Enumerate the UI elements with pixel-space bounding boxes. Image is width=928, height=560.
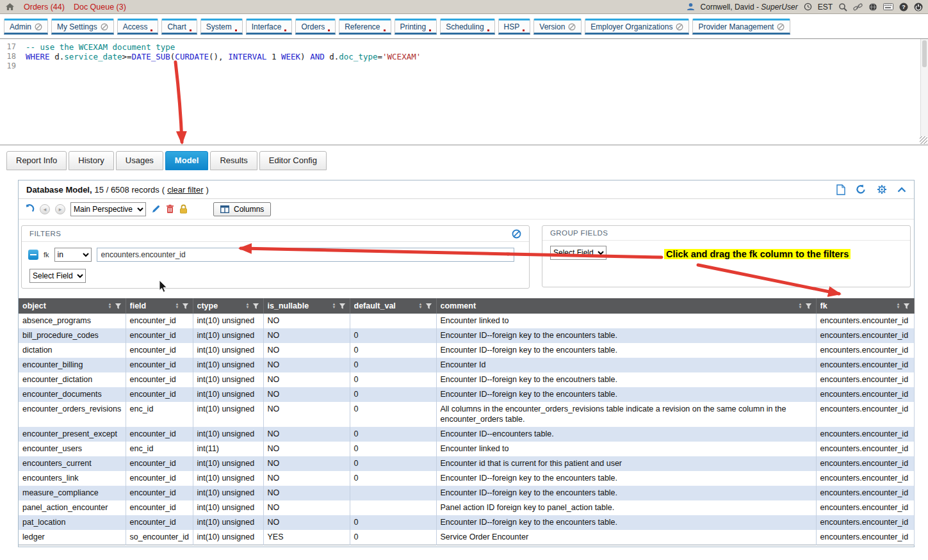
editor-code[interactable]: -- use the WCEXAM document typeWHERE d.s… [20,39,928,145]
tab-report-info[interactable]: Report Info [6,151,67,170]
nav-tab-system[interactable]: System [200,19,243,35]
table-row[interactable]: ledgerso_encounter_idint(10) unsignedYES… [19,530,914,545]
clear-filters-icon[interactable] [512,229,521,239]
filter-icon[interactable] [115,303,122,310]
table-row[interactable]: panel_action_encounterencounter_idint(10… [19,500,914,515]
link-icon[interactable] [853,3,863,12]
tab-model[interactable]: Model [165,151,209,170]
cell-object: bill_procedure_codes [19,328,126,343]
help-icon[interactable]: ? [899,3,908,12]
edit-perspective-icon[interactable] [151,204,161,214]
filter-select-field[interactable]: Select Field [29,269,86,283]
orders-link[interactable]: Orders (44) [24,3,65,12]
columns-button[interactable]: Columns [213,202,271,216]
nav-tab-employer-organizations[interactable]: Employer Organizations [585,19,689,35]
nav-tab-hsp[interactable]: HSP [498,19,531,35]
globe-icon[interactable] [868,3,877,12]
doc-queue-link[interactable]: Doc Queue (3) [74,3,126,12]
table-row[interactable]: encounter_present_exceptencounter_idint(… [19,427,914,442]
resize-grip-icon[interactable] [920,136,927,144]
history-forward-button[interactable]: ▸ [55,204,65,214]
sort-icon[interactable]: ▲▼ [332,303,336,309]
sort-icon[interactable]: ▲▼ [246,303,250,309]
table-row[interactable]: encounters_linkencounter_idint(10) unsig… [19,471,914,486]
column-header-ctype[interactable]: ctype▲▼ [193,298,263,314]
filter-operator-select[interactable]: in [54,248,92,262]
filter-icon[interactable] [339,303,346,310]
filter-icon[interactable] [425,303,432,310]
history-back-button[interactable]: ◂ [40,204,50,214]
table-row[interactable]: encounter_usersenc_idint(11)NO0Encounter… [19,442,914,456]
sort-icon[interactable]: ▲▼ [799,303,802,309]
table-row[interactable]: encounter_orders_revisionsenc_idint(10) … [19,402,914,427]
sort-icon[interactable]: ▲▼ [897,303,900,309]
filter-icon[interactable] [252,303,259,310]
column-header-object[interactable]: object▲▼ [19,298,126,314]
sort-icon[interactable]: ▲▼ [419,303,423,309]
nav-tab-reference[interactable]: Reference [339,19,391,35]
lock-perspective-icon[interactable] [179,204,188,214]
column-header-comment[interactable]: comment▲▼ [436,298,816,314]
scrollbar-thumb[interactable] [922,40,927,67]
table-row[interactable]: encounter_billingencounter_idint(10) uns… [19,358,914,372]
clock-icon[interactable] [804,3,812,11]
nav-tab-orders[interactable]: Orders [295,19,336,35]
remove-filter-button[interactable] [28,250,38,260]
undo-icon[interactable] [24,204,35,214]
cell-default-val [350,486,436,500]
tab-editor-config[interactable]: Editor Config [259,151,327,170]
table-row[interactable]: dictationencounter_idint(10) unsignedNO0… [19,343,914,358]
nav-tab-access[interactable]: Access [117,19,159,35]
group-select-field[interactable]: Select Field [550,246,606,260]
search-icon[interactable] [838,3,847,12]
filter-icon[interactable] [805,303,812,310]
nav-tab-provider-management[interactable]: Provider Management [692,19,790,35]
new-document-icon[interactable] [836,184,845,195]
clear-filter-link[interactable]: clear filter [167,185,203,195]
refresh-icon[interactable] [856,184,867,195]
collapse-panel-icon[interactable] [897,187,906,193]
nav-tab-printing[interactable]: Printing [395,19,437,35]
table-row[interactable]: encounter_documentsencounter_idint(10) u… [19,387,914,402]
table-row[interactable]: absence_programsencounter_idint(10) unsi… [19,314,914,328]
column-header-default-val[interactable]: default_val▲▼ [350,298,436,314]
sort-icon[interactable]: ▲▼ [108,303,112,309]
group-fields-label: GROUP FIELDS [550,229,608,237]
table-row[interactable]: pat_locationencounter_idint(10) unsigned… [19,515,914,530]
editor-scrollbar[interactable] [920,39,928,136]
nav-tab-my-settings[interactable]: My Settings [51,19,114,35]
cell-is-nullable: NO [263,358,350,372]
table-row[interactable]: bill_procedure_codesencounter_idint(10) … [19,328,914,343]
home-icon[interactable] [5,3,15,11]
settings-gear-icon[interactable] [877,184,887,195]
nav-tab-interface[interactable]: Interface [246,19,293,35]
table-row[interactable]: measure_complianceencounter_idint(10) un… [19,486,914,500]
nav-tab-chart[interactable]: Chart [161,19,197,35]
perspective-select[interactable]: Main Perspective [70,202,146,216]
tab-history[interactable]: History [69,151,113,170]
power-icon[interactable] [914,3,923,12]
dropdown-caret-icon[interactable]: ▼ [505,251,511,257]
cell-default-val: 0 [350,456,436,471]
cell-comment: Encounter ID--foreign key to the encount… [436,387,816,402]
table-row[interactable]: encounter_dictationencounter_idint(10) u… [19,372,914,387]
restricted-icon [101,23,108,31]
sql-editor[interactable]: 171819 -- use the WCEXAM document typeWH… [0,38,928,145]
nav-tab-version[interactable]: Version [533,19,582,35]
column-header-fk[interactable]: fk▲▼ [816,298,914,314]
keyboard-icon[interactable] [883,3,893,10]
cell-default-val: 0 [350,387,436,402]
filter-icon[interactable] [903,303,910,310]
nav-tab-admin[interactable]: Admin [4,19,48,35]
tab-usages[interactable]: Usages [116,151,163,170]
column-header-is-nullable[interactable]: is_nullable▲▼ [263,298,350,314]
tab-results[interactable]: Results [210,151,257,170]
table-row[interactable]: encounters_currentencounter_idint(10) un… [19,456,914,471]
delete-perspective-icon[interactable] [166,204,174,214]
nav-tab-scheduling[interactable]: Scheduling [440,19,494,35]
filter-value-input[interactable] [97,248,514,262]
column-header-field[interactable]: field▲▼ [126,298,193,314]
tab-marker-icon [384,29,386,31]
filter-icon[interactable] [182,303,189,310]
sort-icon[interactable]: ▲▼ [175,303,179,309]
